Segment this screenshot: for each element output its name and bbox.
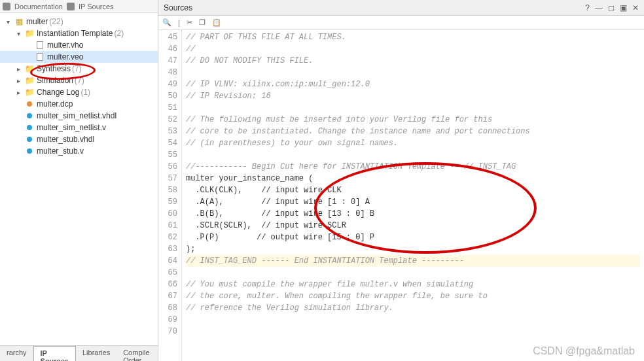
code-line[interactable] <box>186 67 640 78</box>
chevron-right-icon: ▸ <box>14 77 22 84</box>
tree-root-multer[interactable]: ▾ ▦ multer (22) <box>0 16 158 27</box>
chip-icon: ▦ <box>14 17 24 26</box>
folder-icon: 📁 <box>25 88 34 97</box>
code-line[interactable]: // PART OF THIS FILE AT ALL TIMES. <box>186 31 640 43</box>
code-line[interactable]: .CLK(CLK), // input wire CLK <box>186 184 640 196</box>
code-line[interactable]: multer your_instance_name ( <box>186 173 640 184</box>
code-line[interactable]: // You must compile the wrapper file mul… <box>186 279 640 290</box>
line-number: 67 <box>160 290 177 302</box>
code-line[interactable] <box>186 326 640 337</box>
line-number: 49 <box>160 78 177 90</box>
tree-change-log[interactable]: ▸ 📁 Change Log (1) <box>0 86 158 98</box>
line-number: 60 <box>160 208 177 220</box>
tree-file-multer-vho[interactable]: multer.vho <box>0 39 158 51</box>
separator-icon: | <box>178 19 180 27</box>
code-line[interactable]: // IP VLNV: xilinx.com:ip:mult_gen:12.0 <box>186 78 640 90</box>
line-gutter: 4546474849505152535455565758596061626364… <box>158 30 182 361</box>
folder-icon: 📁 <box>25 76 34 85</box>
line-number: 56 <box>160 161 177 173</box>
tree-toolbar: Documentation IP Sources <box>0 0 158 13</box>
dcp-icon <box>25 99 34 109</box>
tree-file-sim-v[interactable]: multer_sim_netlist.v <box>0 122 158 133</box>
line-number: 45 <box>160 31 177 43</box>
code-line[interactable]: // core to be instantiated. Change the i… <box>186 126 640 137</box>
tab-libraries[interactable]: Libraries <box>76 346 116 361</box>
code-line[interactable]: // The following must be inserted into y… <box>186 114 640 126</box>
line-number: 64 <box>160 255 177 267</box>
line-number: 48 <box>160 67 177 78</box>
line-number: 54 <box>160 137 177 149</box>
close-icon[interactable]: ✕ <box>632 3 639 12</box>
tab-compile-order[interactable]: Compile Order <box>116 346 158 361</box>
code-line[interactable]: // <box>186 43 640 55</box>
tree-file-dcp[interactable]: multer.dcp <box>0 98 158 110</box>
folder-icon: 📁 <box>25 29 34 38</box>
line-number: 70 <box>160 326 177 337</box>
paste-icon[interactable]: 📋 <box>212 18 221 27</box>
search-icon[interactable]: 🔍 <box>162 18 171 27</box>
ip-label: IP Sources <box>79 3 114 10</box>
line-number: 50 <box>160 90 177 102</box>
folder-icon: 📁 <box>25 64 34 73</box>
line-number: 68 <box>160 302 177 314</box>
tree-synthesis[interactable]: ▸ 📁 Synthesis (7) <box>0 63 158 75</box>
code-area[interactable]: // PART OF THIS FILE AT ALL TIMES.//// D… <box>182 30 644 361</box>
minimize-icon[interactable]: — <box>595 3 603 12</box>
editor-title: Sources <box>164 3 192 12</box>
tree-file-stub-vhdl[interactable]: multer_stub.vhdl <box>0 133 158 145</box>
copy-icon[interactable]: ❐ <box>199 18 206 27</box>
code-line[interactable] <box>186 149 640 161</box>
code-line[interactable]: // the core, multer. When compiling the … <box>186 290 640 302</box>
tree-file-stub-v[interactable]: multer_stub.v <box>0 145 158 157</box>
chevron-down-icon: ▾ <box>14 30 22 37</box>
code-line[interactable] <box>186 102 640 114</box>
chevron-right-icon: ▸ <box>14 65 22 73</box>
line-number: 58 <box>160 184 177 196</box>
netlist-icon <box>25 146 34 156</box>
tree-instantiation-template[interactable]: ▾ 📁 Instantiation Template (2) <box>0 27 158 39</box>
restore-icon[interactable]: ◻ <box>608 3 615 12</box>
line-number: 61 <box>160 220 177 232</box>
code-line[interactable]: .A(A), // input wire [1 : 0] A <box>186 196 640 208</box>
code-line[interactable] <box>186 267 640 279</box>
line-number: 69 <box>160 314 177 326</box>
editor-titlebar: Sources ? — ◻ ▣ ✕ <box>158 0 644 16</box>
tree-file-multer-veo[interactable]: multer.veo <box>0 51 158 63</box>
code-line[interactable]: // (in parentheses) to your own signal n… <box>186 137 640 149</box>
watermark: CSDN @fpga&matlab <box>533 345 635 357</box>
netlist-icon <box>25 111 34 120</box>
tree-file-sim-vhdl[interactable]: multer_sim_netlist.vhdl <box>0 110 158 122</box>
editor-body[interactable]: 4546474849505152535455565758596061626364… <box>158 30 644 361</box>
chevron-down-icon: ▾ <box>4 18 12 26</box>
maximize-icon[interactable]: ▣ <box>620 3 627 12</box>
help-icon[interactable]: ? <box>585 3 590 12</box>
line-number: 53 <box>160 126 177 137</box>
editor-toolbar: 🔍 | ✂ ❐ 📋 <box>158 16 644 30</box>
tab-ip-sources[interactable]: IP Sources <box>33 346 76 361</box>
ip-icon <box>67 3 75 10</box>
code-line[interactable]: // IP Revision: 16 <box>186 90 640 102</box>
code-line[interactable]: // reference the Verilog simulation libr… <box>186 302 640 314</box>
project-tree: ▾ ▦ multer (22) ▾ 📁 Instantiation Templa… <box>0 13 158 345</box>
code-line[interactable]: .B(B), // input wire [13 : 0] B <box>186 208 640 220</box>
line-number: 51 <box>160 102 177 114</box>
line-number: 55 <box>160 149 177 161</box>
code-line[interactable]: .P(P) // output wire [15 : 0] P <box>186 232 640 243</box>
sources-panel: Documentation IP Sources ▾ ▦ multer (22)… <box>0 0 158 361</box>
file-icon <box>35 41 45 50</box>
line-number: 57 <box>160 173 177 184</box>
tree-simulation[interactable]: ▸ 📁 Simulation (7) <box>0 75 158 86</box>
cut-icon[interactable]: ✂ <box>187 18 192 27</box>
code-line[interactable]: .SCLR(SCLR), // input wire SCLR <box>186 220 640 232</box>
code-line[interactable]: ); <box>186 243 640 255</box>
netlist-icon <box>25 135 34 144</box>
line-number: 59 <box>160 196 177 208</box>
line-number: 47 <box>160 55 177 67</box>
code-line[interactable] <box>186 314 640 326</box>
code-line[interactable]: //----------- Begin Cut here for INSTANT… <box>186 161 640 173</box>
code-line[interactable]: // DO NOT MODIFY THIS FILE. <box>186 55 640 67</box>
line-number: 46 <box>160 43 177 55</box>
tab-hierarchy[interactable]: rarchy <box>0 346 33 361</box>
code-line[interactable]: // INST_TAG_END ------ End INSTANTIATION… <box>186 255 640 267</box>
bottom-tabs: rarchy IP Sources Libraries Compile Orde… <box>0 345 158 361</box>
